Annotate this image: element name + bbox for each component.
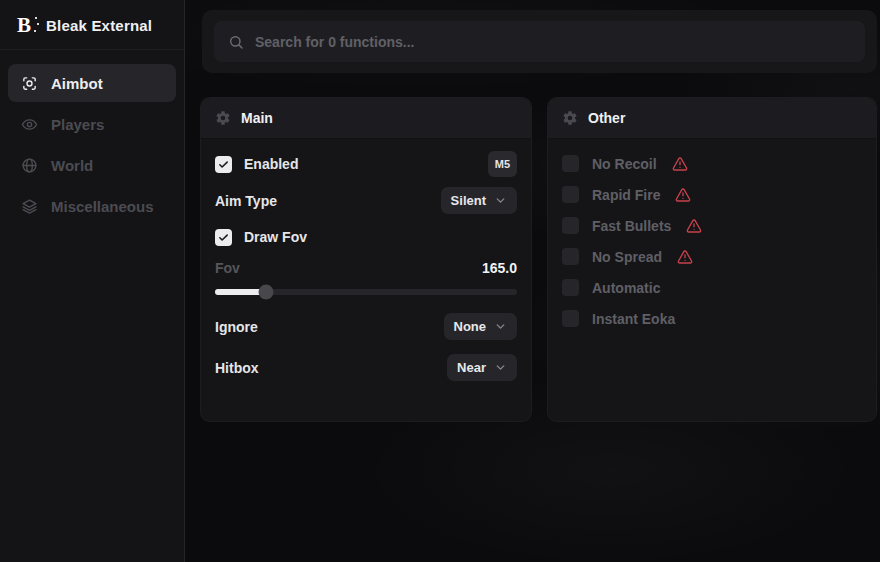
focus-icon [21, 75, 38, 92]
hitbox-value: Near [457, 360, 486, 375]
search-placeholder: Search for 0 functions... [255, 34, 414, 50]
aim-type-value: Silent [451, 193, 486, 208]
ignore-dropdown[interactable]: None [444, 313, 518, 340]
fov-slider-row [215, 284, 517, 300]
eye-icon [21, 116, 38, 133]
app-logo-row: B Bleak External [0, 0, 184, 49]
hitbox-label: Hitbox [215, 360, 259, 376]
main-panel-title: Main [241, 110, 273, 126]
toggle-row: No Spread [562, 248, 862, 265]
toggle-label: Automatic [592, 280, 660, 296]
toggle-label: Fast Bullets [592, 218, 671, 234]
chevron-down-icon [494, 320, 507, 333]
fov-slider[interactable] [215, 289, 517, 295]
chevron-down-icon [494, 361, 507, 374]
sidebar-item-label: World [51, 157, 93, 174]
toggle-checkbox[interactable] [562, 217, 579, 234]
main-panel: Main Enabled M5 Aim Type Silent [200, 97, 532, 422]
chevron-down-icon [494, 194, 507, 207]
other-panel: Other No Recoil Rapid Fire Fast Bullets [547, 97, 877, 422]
enabled-checkbox[interactable] [215, 156, 232, 173]
toggle-row: No Recoil [562, 155, 862, 172]
sidebar-item[interactable]: Miscellaneous [8, 187, 176, 225]
other-panel-body: No Recoil Rapid Fire Fast Bullets No Spr… [548, 139, 876, 357]
draw-fov-row: Draw Fov [215, 224, 517, 250]
fov-row: Fov 165.0 [215, 259, 517, 277]
main-panel-body: Enabled M5 Aim Type Silent Draw Fov [201, 139, 531, 393]
other-panel-header: Other [548, 98, 876, 139]
ignore-label: Ignore [215, 319, 258, 335]
hitbox-dropdown[interactable]: Near [447, 354, 517, 381]
layers-icon [21, 198, 38, 215]
toggle-row: Rapid Fire [562, 186, 862, 203]
main-content: Search for 0 functions... Main Enabled M… [185, 0, 880, 562]
sidebar: B Bleak External Aimbot Players World Mi… [0, 0, 185, 562]
other-panel-title: Other [588, 110, 625, 126]
toggle-label: Instant Eoka [592, 311, 675, 327]
globe-icon [21, 157, 38, 174]
sidebar-item-label: Miscellaneous [51, 198, 154, 215]
fov-label: Fov [215, 260, 240, 276]
keybind-badge[interactable]: M5 [488, 151, 517, 177]
fov-value: 165.0 [482, 260, 517, 276]
warning-icon [672, 156, 688, 172]
toggle-checkbox[interactable] [562, 155, 579, 172]
toggle-checkbox[interactable] [562, 279, 579, 296]
warning-icon [677, 249, 693, 265]
toggle-checkbox[interactable] [562, 248, 579, 265]
toggle-checkbox[interactable] [562, 310, 579, 327]
app-title: Bleak External [46, 17, 152, 34]
sidebar-nav: Aimbot Players World Miscellaneous [0, 50, 184, 225]
draw-fov-checkbox[interactable] [215, 229, 232, 246]
gear-icon [215, 110, 231, 126]
sidebar-item[interactable]: Aimbot [8, 64, 176, 102]
aim-type-label: Aim Type [215, 193, 277, 209]
main-panel-header: Main [201, 98, 531, 139]
sidebar-item-label: Aimbot [51, 75, 103, 92]
search-input[interactable]: Search for 0 functions... [214, 21, 865, 62]
toggle-checkbox[interactable] [562, 186, 579, 203]
toggle-row: Automatic [562, 279, 862, 296]
enabled-row: Enabled M5 [215, 151, 517, 177]
search-bar-container: Search for 0 functions... [202, 10, 877, 73]
ignore-row: Ignore None [215, 313, 517, 340]
sidebar-item-label: Players [51, 116, 104, 133]
sidebar-item[interactable]: World [8, 146, 176, 184]
toggle-row: Instant Eoka [562, 310, 862, 327]
fov-slider-thumb[interactable] [259, 285, 274, 300]
check-icon [218, 232, 229, 243]
search-icon [228, 34, 244, 50]
ignore-value: None [454, 319, 487, 334]
enabled-label: Enabled [244, 156, 298, 172]
toggle-label: No Spread [592, 249, 662, 265]
hitbox-row: Hitbox Near [215, 354, 517, 381]
aim-type-dropdown[interactable]: Silent [441, 187, 517, 214]
aim-type-row: Aim Type Silent [215, 187, 517, 214]
app-logo-letter: B [17, 15, 31, 36]
warning-icon [675, 187, 691, 203]
gear-icon [562, 110, 578, 126]
app-logo: B [13, 14, 35, 36]
draw-fov-label: Draw Fov [244, 229, 307, 245]
toggle-row: Fast Bullets [562, 217, 862, 234]
toggle-label: No Recoil [592, 156, 657, 172]
sidebar-item[interactable]: Players [8, 105, 176, 143]
warning-icon [686, 218, 702, 234]
toggle-label: Rapid Fire [592, 187, 660, 203]
check-icon [218, 159, 229, 170]
